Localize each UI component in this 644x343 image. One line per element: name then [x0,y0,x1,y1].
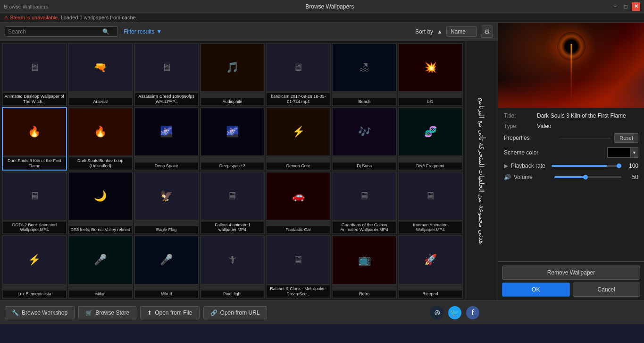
wallpaper-item[interactable]: 🖥 DOTA 2 Book Animated Wallpaper.MP4 [2,172,67,235]
wallpaper-thumb-icon: 🖥 [29,61,40,74]
wallpaper-item[interactable]: 🌌 Deep Space [134,107,199,171]
filter-icon: ▼ [156,28,162,35]
wallpaper-item[interactable]: 🌌 Deep space 3 [200,107,265,171]
wallpaper-label: Fantastic Car [267,226,330,233]
playback-thumb[interactable] [617,163,621,168]
preview-image [498,23,644,108]
wallpaper-item[interactable]: 🔥 Dark Souls Bonfire Loop (Unkindled) [68,107,133,171]
wallpaper-item[interactable]: 🎶 Dj Sona [332,107,397,171]
wallpaper-item[interactable]: ⚡ Lux Elementalista [2,235,67,299]
volume-thumb[interactable] [583,175,588,180]
wallpaper-item[interactable]: 🖥 Ironman Animated Wallpaper.MP4 [398,172,463,235]
volume-icon: 🔊 [504,174,511,180]
wallpaper-item[interactable]: 📺 Retro [332,235,397,299]
wallpaper-label: Assassin's Creed 1080p60fps [WALLPAP... [135,93,198,105]
wallpaper-label: Guardians of the Galaxy Animated Wallpap… [333,222,396,234]
wallpaper-thumb-icon: 🌌 [160,126,173,138]
minimize-button[interactable]: − [611,2,619,11]
wallpaper-thumb-icon: 🏖 [359,61,369,74]
wallpaper-label: Lux Elementalista [3,291,66,298]
wallpaper-thumb-icon: 🎤 [94,254,107,266]
grid-area: 🔍 Filter results ▼ Sort by ▲ Name Date R… [0,23,498,300]
cancel-button[interactable]: Cancel [573,283,641,297]
titlebar-left: Browse Wallpapers [4,4,48,9]
settings-button[interactable]: ⚙ [481,26,493,38]
wallpaper-item[interactable]: 🧬 DNA Fragment [398,107,463,171]
wallpaper-item[interactable]: 🚀 Ricepod [398,235,463,299]
facebook-icon-button[interactable]: f [466,306,479,319]
playback-label: Playback rate [511,163,549,169]
remove-wallpaper-button[interactable]: Remove Wallpaper [502,266,640,280]
wallpaper-thumbnail: 🌌 [135,108,198,155]
wallpaper-thumbnail: 🖥 [267,44,330,91]
type-value: Video [537,123,551,129]
wallpaper-item[interactable]: ⚡ Demon Core [266,107,331,171]
wallpaper-item[interactable]: 💥 bf1 [398,43,463,106]
sort-arrow-icon: ▲ [437,28,443,35]
twitter-icon-button[interactable]: 🐦 [448,306,461,319]
open-url-label: Open from URL [220,309,260,316]
wallpaper-thumb-icon: ⚡ [28,254,41,266]
sort-select[interactable]: Name Date Rating [446,26,477,37]
reset-button[interactable]: Reset [614,133,638,143]
ok-cancel-row: OK Cancel [502,283,640,297]
wallpaper-thumb-icon: 🚗 [292,190,305,202]
wallpaper-thumbnail: 🧬 [399,108,462,155]
search-box[interactable]: 🔍 [5,26,118,37]
wallpaper-thumb-icon: 🖥 [425,190,435,202]
wallpaper-item[interactable]: 🦅 Eagle Flag [134,172,199,235]
sort-label: Sort by [415,28,433,35]
volume-slider[interactable] [554,176,621,178]
wallpaper-thumbnail: ⚡ [3,236,66,283]
filter-button[interactable]: Filter results ▼ [124,28,162,35]
wallpaper-thumb-icon: 🎶 [358,126,371,138]
info-section: Title: Dark Souls 3 Kiln of the First Fl… [498,108,644,261]
search-input[interactable] [8,28,102,35]
wallpaper-item[interactable]: 🏖 Beach [332,43,397,106]
wallpaper-item[interactable]: 🌙 DS3 feels, Boreal Valley refined [68,172,133,235]
wallpaper-item[interactable]: 🗡 Pixel fight [200,235,265,299]
wallpaper-thumb-icon: 🖥 [161,61,172,74]
gear-icon: ⚙ [484,28,490,35]
search-icon: 🔍 [102,28,109,35]
wallpaper-item[interactable]: 🎤 Miku!! [134,235,199,299]
wallpaper-item[interactable]: 🖥 Guardians of the Galaxy Animated Wallp… [332,172,397,235]
wallpaper-thumb-icon: 🖥 [293,61,303,74]
wallpaper-thumb-icon: 🗡 [227,254,237,266]
wallpaper-label: Arsenal [69,98,132,105]
wallpaper-item[interactable]: 🖥 Assassin's Creed 1080p60fps [WALLPAP..… [134,43,199,106]
color-swatch[interactable] [607,147,631,158]
wallpaper-thumb-icon: 🖥 [29,190,40,202]
wallpaper-thumb-icon: 🖥 [359,190,369,202]
fire-ground [498,79,644,108]
wallpaper-item[interactable]: 🚗 Fantastic Car [266,172,331,235]
wallpaper-item[interactable]: 🎤 Miku! [68,235,133,299]
wallpaper-item[interactable]: 🖥 Ratchet & Clank - Metropolis - DreamSc… [266,235,331,299]
wallpaper-thumbnail: 🌙 [69,172,132,220]
titlebar-controls: − □ ✕ [611,2,640,11]
browse-store-button[interactable]: 🛒 Browse Store [78,306,136,319]
steam-icon-button[interactable]: ⊛ [430,306,443,319]
open-url-button[interactable]: 🔗 Open from URL [203,306,267,319]
wallpaper-thumb-icon: 🖥 [227,190,237,202]
wallpaper-label: DNA Fragment [399,163,462,170]
maximize-button[interactable]: □ [621,2,630,11]
wallpaper-thumb-icon: 🎤 [160,254,173,266]
open-file-label: Open from File [155,309,192,316]
wallpaper-item[interactable]: 🔫 Arsenal [68,43,133,106]
close-button[interactable]: ✕ [632,2,640,11]
wallpaper-item[interactable]: 🔥 Dark Souls 3 Kiln of the First Flame [2,107,67,171]
wallpaper-item[interactable]: 🎵 Audiophile [200,43,265,106]
color-dropdown-button[interactable]: ▼ [631,147,638,158]
wallpaper-label: Deep Space [135,163,198,170]
browse-workshop-button[interactable]: 🔧 Browse Workshop [5,306,75,319]
playback-slider[interactable] [552,165,621,167]
wallpaper-item[interactable]: 🖥 Fallout 4 animated wallpaper.MP4 [200,172,265,235]
title-value: Dark Souls 3 Kiln of the First Flame [537,112,626,119]
wallpaper-item[interactable]: 🖥 bandicam 2017-08-26 18-33-01-744.mp4 [266,43,331,106]
open-file-button[interactable]: ⬆ Open from File [140,306,199,319]
main-container: 🔍 Filter results ▼ Sort by ▲ Name Date R… [0,23,644,300]
wallpaper-item[interactable]: 🖥 Animated Desktop Wallpaper of The Witc… [2,43,67,106]
ok-button[interactable]: OK [502,283,570,297]
title-row: Title: Dark Souls 3 Kiln of the First Fl… [504,112,638,119]
